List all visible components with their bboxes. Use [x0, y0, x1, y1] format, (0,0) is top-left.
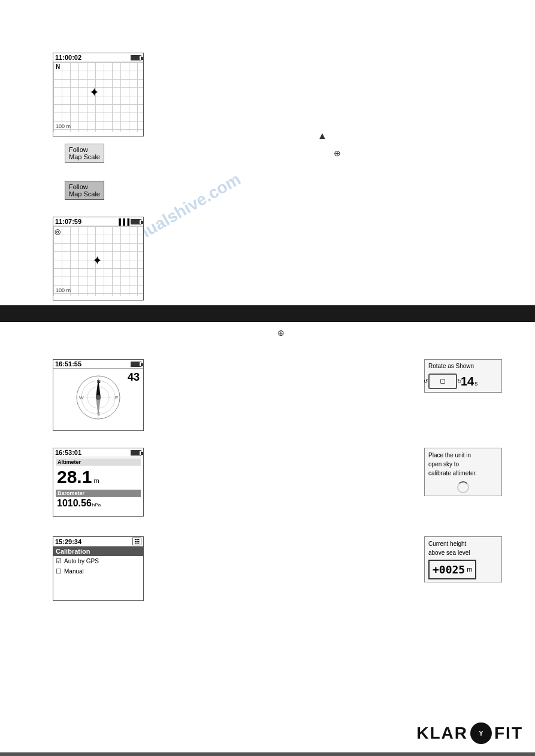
screen3-compass-area: 43 N S W E — [53, 369, 143, 426]
screen4-body: Altimeter 28.1 m Barometer 1010.56 hPa — [53, 457, 143, 510]
svg-text:N: N — [97, 379, 101, 384]
altimeter-unit: m — [93, 477, 99, 484]
calib-option1-label: Auto by GPS — [64, 558, 99, 564]
rotate-device-icon: ↺ ↻ — [428, 374, 457, 389]
svg-text:W: W — [79, 395, 84, 400]
follow-btn-2[interactable]: Follow Map Scale — [65, 181, 104, 200]
height-line1: Current height — [428, 539, 498, 548]
screen4-header: 16:53:01 — [53, 448, 143, 457]
height-hint: Current height above sea level +0025 m — [424, 536, 502, 582]
brand-name-left: KLAR — [416, 724, 468, 743]
screen1-time: 11:00:02 — [55, 54, 81, 61]
rotate-count: 14 — [461, 373, 474, 390]
screen1-battery — [131, 55, 141, 60]
barometer-label: Barometer — [56, 490, 141, 497]
checkbox2-icon: ☐ — [56, 567, 62, 575]
calib-option2-label: Manual — [64, 568, 84, 575]
klarfit-logo: KLAR Y FIT — [416, 722, 523, 744]
altimeter-value: 28.1 — [57, 467, 92, 487]
screen5: 15:29:34 ☷ Calibration ☑ Auto by GPS ☐ M… — [53, 536, 144, 601]
svg-text:E: E — [115, 395, 118, 400]
screen3: 16:51:55 43 N — [53, 359, 144, 431]
calib-option1[interactable]: ☑ Auto by GPS — [53, 556, 143, 566]
screen2-scale: 100 m — [56, 287, 71, 293]
screen2-header: 11:07:59 ▐▐▐ — [53, 217, 143, 226]
screen4-time: 16:53:01 — [55, 449, 81, 456]
arrow-right: ↻ — [457, 378, 462, 385]
screen5-mode-icon: ☷ — [132, 538, 141, 545]
screen2-position: ✦ — [92, 253, 102, 268]
page-container: manualshive.com 11:00:02 N ✦ 100 m Follo… — [0, 0, 535, 756]
rotate-unit: s — [474, 379, 477, 388]
brand-name-right: FIT — [494, 724, 523, 743]
svg-text:Y: Y — [479, 730, 483, 737]
calibrate-hint: Place the unit in open sky to calibrate … — [424, 448, 502, 496]
rotate-hint-label: Rotate as Shown — [428, 362, 498, 371]
screen1-position: ✦ — [89, 85, 99, 99]
screen3-battery — [131, 362, 141, 367]
barometer-value: 1010.56 — [57, 498, 92, 509]
screen2: 11:07:59 ▐▐▐ ◎ ✦ 100 m — [53, 217, 144, 300]
screen5-time: 15:29:34 — [55, 538, 81, 545]
height-line2: above sea level — [428, 548, 498, 557]
brand-circle-icon: Y — [470, 722, 492, 744]
follow-btn-1[interactable]: Follow Map Scale — [65, 144, 104, 163]
section-divider — [0, 305, 535, 322]
height-unit: m — [467, 565, 472, 574]
device-screen-mini — [440, 379, 445, 384]
position-icon-2: ⊕ — [277, 328, 285, 338]
svg-point-11 — [96, 395, 101, 400]
rotate-hint: Rotate as Shown ↺ ↻ 14 s — [424, 359, 502, 393]
screen1-map: N ✦ 100 m — [53, 62, 143, 132]
bottom-bar — [0, 752, 535, 756]
svg-text:S: S — [97, 411, 100, 417]
screen5-header: 15:29:34 ☷ — [53, 537, 143, 546]
screen2-map: ◎ ✦ 100 m — [53, 226, 143, 296]
follow-btn-2-text[interactable]: Follow Map Scale — [65, 181, 104, 200]
screen3-time: 16:51:55 — [55, 360, 81, 368]
follow-btn-1-text[interactable]: Follow Map Scale — [65, 144, 104, 163]
calibrate-line1: Place the unit in — [428, 451, 498, 460]
screen3-header: 16:51:55 — [53, 360, 143, 369]
compass-rose: N S W E — [74, 374, 122, 421]
spinner-icon — [457, 481, 469, 493]
screen5-body: Calibration ☑ Auto by GPS ☐ Manual — [53, 546, 143, 576]
compass-value: 43 — [128, 371, 140, 384]
calib-option2[interactable]: ☐ Manual — [53, 566, 143, 576]
calibration-title: Calibration — [53, 546, 143, 556]
screen1-north: N — [56, 63, 60, 70]
screen1-scale: 100 m — [56, 123, 71, 129]
signal-bars: ▐▐▐ — [117, 218, 129, 225]
barometer-unit: hPa — [92, 502, 101, 508]
screen2-battery — [131, 219, 141, 224]
screen4: 16:53:01 Altimeter 28.1 m Barometer 1010… — [53, 448, 144, 517]
calibrate-line3: calibrate altimeter. — [428, 469, 498, 478]
screen2-icon: ◎ — [55, 227, 61, 236]
altimeter-label: Altimeter — [56, 459, 141, 466]
height-value: +0025 — [433, 562, 465, 577]
screen1-header: 11:00:02 — [53, 53, 143, 62]
arrow-left: ↺ — [424, 378, 428, 385]
height-display: +0025 m — [428, 560, 476, 579]
screen2-time: 11:07:59 — [55, 218, 81, 225]
nav-arrow-icon: ▲ — [318, 130, 327, 141]
position-icon-small: ⊕ — [334, 148, 341, 158]
screen4-battery — [131, 450, 141, 456]
checkbox1-icon: ☑ — [56, 557, 62, 565]
brand-icon-svg: Y — [474, 727, 488, 740]
calibrate-line2: open sky to — [428, 460, 498, 469]
screen1: 11:00:02 N ✦ 100 m — [53, 53, 144, 136]
